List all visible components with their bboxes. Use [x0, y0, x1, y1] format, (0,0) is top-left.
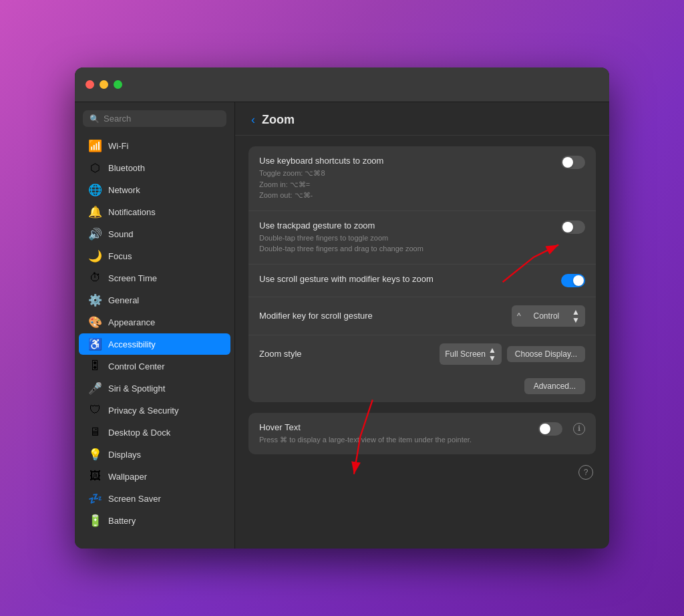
displays-icon: 💡 [88, 448, 102, 461]
keyboard-shortcuts-toggle[interactable] [561, 156, 585, 169]
desktop-icon: 🖥 [88, 426, 102, 439]
advanced-row: Advanced... [248, 373, 596, 402]
zoom-style-row: Zoom style Full Screen ▲ ▼ Choose Displa… [248, 335, 596, 373]
modifier-key-caret: ^ [517, 311, 521, 321]
scroll-gesture-control [561, 274, 585, 287]
zoom-settings-section: Use keyboard shortcuts to zoom Toggle zo… [248, 146, 596, 402]
sidebar-item-label-wifi: Wi-Fi [108, 141, 128, 151]
appearance-icon: 🎨 [88, 315, 102, 329]
sidebar-item-label-network: Network [108, 185, 140, 195]
main-content: ‹ Zoom Use keyboard shortcuts to zoom To… [235, 102, 609, 493]
help-button[interactable]: ? [578, 465, 593, 480]
sidebar-item-battery[interactable]: 🔋 Battery [79, 510, 230, 531]
sidebar-item-label-screentime: Screen Time [108, 273, 157, 283]
modifier-key-dropdown[interactable]: ^ Control ▲ ▼ [512, 305, 585, 327]
search-icon: 🔍 [90, 114, 100, 124]
sidebar-item-screensaver[interactable]: 💤 Screen Saver [79, 488, 230, 509]
hover-text-info-button[interactable]: ℹ [573, 423, 585, 435]
sidebar-item-focus[interactable]: 🌙 Focus [79, 245, 230, 267]
network-icon: 🌐 [88, 183, 102, 196]
general-icon: ⚙️ [88, 293, 102, 307]
sidebar-item-siri[interactable]: 🎤 Siri & Spotlight [79, 377, 230, 399]
scroll-gesture-toggle-knob [573, 275, 584, 286]
sound-icon: 🔊 [88, 227, 102, 241]
sidebar-item-label-battery: Battery [108, 516, 136, 526]
trackpad-gesture-toggle-knob [562, 222, 573, 233]
trackpad-gesture-desc: Double-tap three fingers to toggle zoom … [259, 233, 550, 255]
page-title: Zoom [262, 113, 295, 127]
sidebar-item-network[interactable]: 🌐 Network [79, 179, 230, 200]
back-button[interactable]: ‹ [251, 113, 255, 127]
keyboard-shortcuts-desc: Toggle zoom: ⌥⌘8 Zoom in: ⌥⌘= Zoom out: … [259, 168, 550, 201]
screentime-icon: ⏱ [88, 271, 102, 285]
controlcenter-icon: 🎛 [88, 359, 102, 373]
advanced-button[interactable]: Advanced... [524, 378, 585, 394]
scroll-gesture-toggle[interactable] [561, 274, 585, 287]
maximize-button[interactable] [114, 80, 122, 89]
sidebar-item-sound[interactable]: 🔊 Sound [79, 223, 230, 245]
wallpaper-icon: 🖼 [88, 470, 102, 483]
notifications-icon: 🔔 [88, 205, 102, 218]
hover-text-control: ℹ [538, 422, 585, 436]
sidebar-item-label-screensaver: Screen Saver [108, 494, 161, 504]
sidebar-item-label-bluetooth: Bluetooth [108, 163, 145, 173]
scroll-gesture-info: Use scroll gesture with modifier keys to… [259, 274, 550, 284]
scroll-gesture-row: Use scroll gesture with modifier keys to… [248, 265, 596, 297]
sidebar-item-label-privacy: Privacy & Security [108, 406, 178, 416]
sidebar-item-label-displays: Displays [108, 450, 141, 460]
sidebar-item-general[interactable]: ⚙️ General [79, 289, 230, 311]
minimize-button[interactable] [100, 80, 108, 89]
content-area: 🔍 Search 📶 Wi-Fi ⬡ Bluetooth 🌐 Network 🔔… [75, 102, 609, 549]
zoom-style-dropdown[interactable]: Full Screen ▲ ▼ [440, 343, 502, 365]
keyboard-shortcuts-info: Use keyboard shortcuts to zoom Toggle zo… [259, 156, 550, 201]
sidebar-item-privacy[interactable]: 🛡 Privacy & Security [79, 400, 230, 421]
keyboard-shortcuts-control [561, 156, 585, 169]
sidebar-item-wifi[interactable]: 📶 Wi-Fi [79, 135, 230, 156]
sidebar-item-label-accessibility: Accessibility [108, 339, 156, 349]
battery-icon: 🔋 [88, 514, 102, 527]
search-placeholder: Search [104, 114, 131, 124]
main-header: ‹ Zoom [235, 102, 609, 136]
hover-text-label: Hover Text [259, 422, 528, 432]
help-section: ? [235, 465, 609, 493]
modifier-key-label: Modifier key for scroll gesture [259, 311, 512, 321]
hover-text-toggle-knob [540, 424, 550, 434]
keyboard-shortcuts-label: Use keyboard shortcuts to zoom [259, 156, 550, 166]
sidebar-item-desktop[interactable]: 🖥 Desktop & Dock [79, 422, 230, 443]
sidebar-item-appearance[interactable]: 🎨 Appearance [79, 311, 230, 333]
focus-icon: 🌙 [88, 249, 102, 263]
traffic-lights [86, 80, 122, 89]
sidebar-item-accessibility[interactable]: ♿ Accessibility [79, 333, 230, 355]
title-bar [75, 67, 609, 102]
sidebar-item-screentime[interactable]: ⏱ Screen Time [79, 267, 230, 289]
keyboard-shortcuts-row: Use keyboard shortcuts to zoom Toggle zo… [248, 146, 596, 211]
sidebar-item-wallpaper[interactable]: 🖼 Wallpaper [79, 466, 230, 487]
modifier-key-value: Control [534, 311, 560, 321]
wifi-icon: 📶 [88, 139, 102, 152]
system-preferences-window: 🔍 Search 📶 Wi-Fi ⬡ Bluetooth 🌐 Network 🔔… [75, 67, 609, 549]
choose-display-button[interactable]: Choose Display... [507, 346, 585, 362]
sidebar-items-container: 📶 Wi-Fi ⬡ Bluetooth 🌐 Network 🔔 Notifica… [75, 135, 234, 531]
scroll-gesture-label: Use scroll gesture with modifier keys to… [259, 274, 550, 284]
sidebar-item-label-general: General [108, 295, 139, 305]
accessibility-icon: ♿ [88, 337, 102, 351]
screensaver-icon: 💤 [88, 492, 102, 505]
sidebar-item-displays[interactable]: 💡 Displays [79, 444, 230, 465]
trackpad-gesture-row: Use trackpad gesture to zoom Double-tap … [248, 211, 596, 265]
close-button[interactable] [86, 80, 94, 89]
hover-text-desc: Press ⌘ to display a large-text view of … [259, 434, 528, 446]
dropdown-arrows-icon: ▲ ▼ [572, 308, 580, 324]
sidebar-item-controlcenter[interactable]: 🎛 Control Center [79, 355, 230, 377]
trackpad-gesture-control [561, 220, 585, 234]
sidebar-item-label-focus: Focus [108, 251, 132, 261]
sidebar-item-label-siri: Siri & Spotlight [108, 383, 165, 394]
sidebar-item-notifications[interactable]: 🔔 Notifications [79, 201, 230, 222]
hover-text-info: Hover Text Press ⌘ to display a large-te… [259, 422, 528, 446]
hover-text-section: Hover Text Press ⌘ to display a large-te… [248, 413, 596, 455]
trackpad-gesture-toggle[interactable] [561, 220, 585, 234]
search-bar[interactable]: 🔍 Search [83, 110, 226, 127]
sidebar-item-label-sound: Sound [108, 229, 134, 239]
hover-text-toggle[interactable] [538, 422, 562, 436]
sidebar-item-bluetooth[interactable]: ⬡ Bluetooth [79, 157, 230, 178]
trackpad-gesture-info: Use trackpad gesture to zoom Double-tap … [259, 220, 550, 255]
